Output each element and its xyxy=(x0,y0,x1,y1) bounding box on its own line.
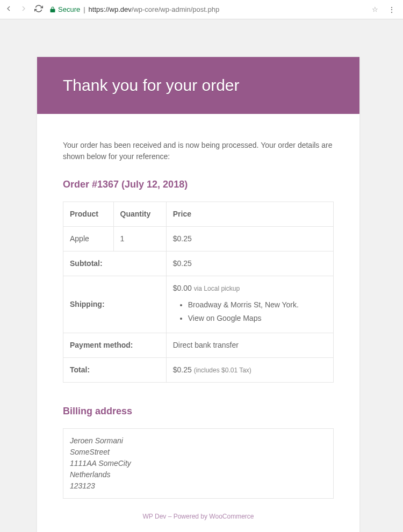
shipping-price: $0.00 xyxy=(173,284,192,292)
menu-icon[interactable]: ⋮ xyxy=(385,5,399,14)
secure-indicator: Secure xyxy=(49,5,80,13)
billing-extra: 123123 xyxy=(70,480,327,492)
shipping-label: Shipping: xyxy=(63,276,167,333)
email-header: Thank you for your order xyxy=(37,57,359,114)
lock-icon xyxy=(49,6,56,13)
pickup-address: Broadway & Morris St, New York. xyxy=(188,299,327,311)
item-product: Apple xyxy=(63,227,114,251)
shipping-value-cell: $0.00 via Local pickup Broadway & Morris… xyxy=(166,276,333,333)
email-title: Thank you for your order xyxy=(63,76,334,95)
item-quantity: 1 xyxy=(113,227,166,251)
shipping-row: Shipping: $0.00 via Local pickup Broadwa… xyxy=(63,276,334,333)
map-link[interactable]: View on Google Maps xyxy=(188,313,327,324)
subtotal-row: Subtotal: $0.25 xyxy=(63,251,334,276)
shipping-method: Local pickup xyxy=(204,285,240,292)
star-icon[interactable]: ☆ xyxy=(372,5,378,13)
billing-name: Jeroen Sormani xyxy=(70,435,327,447)
payment-value: Direct bank transfer xyxy=(166,333,333,358)
total-tax-note: (includes $0.01 Tax) xyxy=(194,366,251,374)
billing-heading: Billing address xyxy=(63,404,334,419)
subtotal-value: $0.25 xyxy=(166,251,333,276)
url-path: /wp-core/wp-admin/post.php xyxy=(132,5,219,13)
intro-text: Your order has been received and is now … xyxy=(63,140,334,162)
browser-toolbar: Secure | https://wp.dev/wp-core/wp-admin… xyxy=(0,0,403,19)
billing-city: 1111AA SomeCity xyxy=(70,458,327,469)
col-product: Product xyxy=(63,202,114,227)
col-quantity: Quantity xyxy=(113,202,166,227)
order-heading: Order #1367 (July 12, 2018) xyxy=(63,177,334,192)
billing-country: Netherlands xyxy=(70,469,327,480)
reload-icon[interactable] xyxy=(34,4,43,15)
shipping-method-prefix: via xyxy=(194,285,204,292)
billing-street: SomeStreet xyxy=(70,447,327,458)
total-value-cell: $0.25 (includes $0.01 Tax) xyxy=(166,358,333,383)
url-scheme: https xyxy=(89,5,104,13)
forward-icon[interactable] xyxy=(19,4,28,15)
back-icon[interactable] xyxy=(4,4,13,15)
address-bar[interactable]: Secure | https://wp.dev/wp-core/wp-admin… xyxy=(49,5,378,13)
total-label: Total: xyxy=(63,358,167,383)
subtotal-label: Subtotal: xyxy=(63,251,167,276)
payment-row: Payment method: Direct bank transfer xyxy=(63,333,334,358)
table-row: Apple 1 $0.25 xyxy=(63,227,334,251)
payment-label: Payment method: xyxy=(63,333,167,358)
table-header-row: Product Quantity Price xyxy=(63,202,334,227)
total-row: Total: $0.25 (includes $0.01 Tax) xyxy=(63,358,334,383)
item-price: $0.25 xyxy=(166,227,333,251)
url-host: ://wp.dev xyxy=(104,5,132,13)
billing-address-box: Jeroen Sormani SomeStreet 1111AA SomeCit… xyxy=(63,428,334,499)
total-value: $0.25 xyxy=(173,365,192,374)
secure-label: Secure xyxy=(58,5,80,13)
page-viewport: Thank you for your order Your order has … xyxy=(0,19,403,532)
order-email-card: Thank you for your order Your order has … xyxy=(37,57,359,532)
col-price: Price xyxy=(166,202,333,227)
order-table: Product Quantity Price Apple 1 $0.25 Sub… xyxy=(63,202,334,383)
email-footer: WP Dev – Powered by WooCommerce xyxy=(63,499,334,527)
